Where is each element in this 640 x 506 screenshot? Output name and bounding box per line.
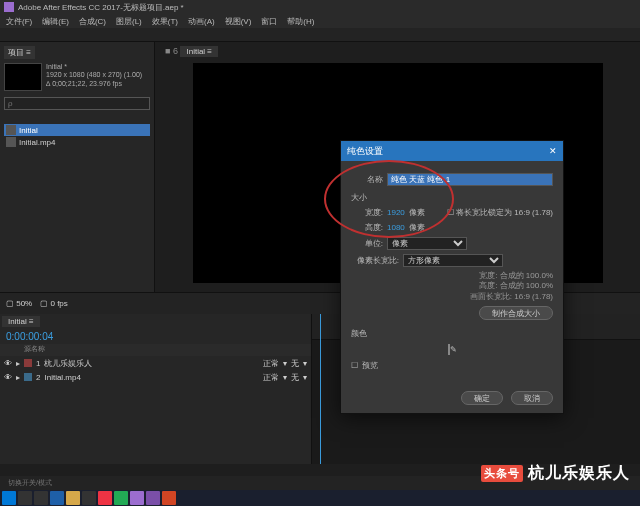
project-search[interactable] [4, 97, 150, 110]
dialog-titlebar[interactable]: 纯色设置 ✕ [341, 141, 563, 161]
menu-view[interactable]: 视图(V) [225, 16, 252, 27]
lock-aspect-checkbox[interactable]: 将长宽比锁定为 16:9 (1.78) [456, 208, 553, 217]
viewer-tab[interactable]: Initial ≡ [180, 46, 218, 57]
preview-checkbox[interactable]: 预览 [362, 360, 378, 371]
ok-button[interactable]: 确定 [461, 391, 503, 405]
menu-effect[interactable]: 效果(T) [152, 16, 178, 27]
start-button[interactable] [2, 491, 16, 505]
menu-edit[interactable]: 编辑(E) [42, 16, 69, 27]
solid-name-input[interactable] [387, 173, 553, 186]
comp-duration: ∆ 0;00;21;22, 23.976 fps [46, 80, 142, 88]
footage-icon [6, 137, 16, 147]
par-select[interactable]: 方形像素 [403, 254, 503, 267]
width-input[interactable]: 1920 [387, 208, 405, 217]
eyedropper-icon[interactable]: ✎ [450, 345, 457, 354]
height-input[interactable]: 1080 [387, 223, 405, 232]
window-titlebar: Adobe After Effects CC 2017 - 无标题项目.aep … [0, 0, 640, 14]
comp-icon [6, 125, 16, 135]
ae-icon[interactable] [130, 491, 144, 505]
close-icon[interactable]: ✕ [549, 146, 557, 156]
toolbar[interactable] [0, 28, 640, 42]
project-tab[interactable]: 项目 ≡ [4, 46, 35, 59]
mail-icon[interactable] [114, 491, 128, 505]
menu-bar: 文件(F) 编辑(E) 合成(C) 图层(L) 效果(T) 动画(A) 视图(V… [0, 14, 640, 28]
menu-layer[interactable]: 图层(L) [116, 16, 142, 27]
timeline-columns: 源名称 [0, 344, 311, 356]
comp-name: Initial * [46, 63, 142, 71]
make-comp-size-button[interactable]: 制作合成大小 [479, 306, 553, 320]
project-item[interactable]: Initial [4, 124, 150, 136]
edge-icon[interactable] [50, 491, 64, 505]
menu-window[interactable]: 窗口 [261, 16, 277, 27]
pr-icon[interactable] [146, 491, 160, 505]
size-group-label: 大小 [351, 192, 553, 203]
comp-thumbnail[interactable] [4, 63, 42, 91]
project-panel: 项目 ≡ Initial * 1920 x 1080 (480 x 270) (… [0, 42, 155, 292]
comp-size: 1920 x 1080 (480 x 270) (1.00) [46, 71, 142, 79]
search-icon[interactable] [18, 491, 32, 505]
ppt-icon[interactable] [162, 491, 176, 505]
unit-select[interactable]: 像素 [387, 237, 467, 250]
music-icon[interactable] [98, 491, 112, 505]
project-item[interactable]: Initial.mp4 [4, 136, 150, 148]
dialog-title: 纯色设置 [347, 145, 383, 158]
timeline-tab[interactable]: Initial ≡ [2, 316, 40, 327]
app-title: Adobe After Effects CC 2017 [18, 3, 120, 12]
layer-name: 杭儿乐娱乐人 [44, 358, 92, 369]
layer-row[interactable]: 👁▸2 Initial.mp4 正常▾ 无▾ [0, 370, 311, 384]
project-title: 无标题项目.aep * [123, 2, 184, 13]
layer-name: Initial.mp4 [44, 373, 80, 382]
comp-info: Initial * 1920 x 1080 (480 x 270) (1.00)… [46, 63, 142, 91]
explorer-icon[interactable] [66, 491, 80, 505]
layer-row[interactable]: 👁▸1 杭儿乐娱乐人 正常▾ 无▾ [0, 356, 311, 370]
timecode[interactable]: 0:00:00:04 [0, 329, 311, 344]
playhead[interactable] [320, 314, 321, 464]
watermark: 头条号 杭儿乐娱乐人 [481, 463, 630, 484]
menu-file[interactable]: 文件(F) [6, 16, 32, 27]
menu-comp[interactable]: 合成(C) [79, 16, 106, 27]
menu-anim[interactable]: 动画(A) [188, 16, 215, 27]
app-icon [4, 2, 14, 12]
windows-taskbar[interactable] [0, 490, 640, 506]
menu-help[interactable]: 帮助(H) [287, 16, 314, 27]
watermark-badge: 头条号 [481, 465, 523, 482]
taskview-icon[interactable] [34, 491, 48, 505]
solid-settings-dialog: 纯色设置 ✕ 名称 大小 宽度:1920像素 ☐ 将长宽比锁定为 16:9 (1… [340, 140, 564, 414]
cancel-button[interactable]: 取消 [511, 391, 553, 405]
project-item-list: Initial Initial.mp4 [4, 124, 150, 148]
store-icon[interactable] [82, 491, 96, 505]
